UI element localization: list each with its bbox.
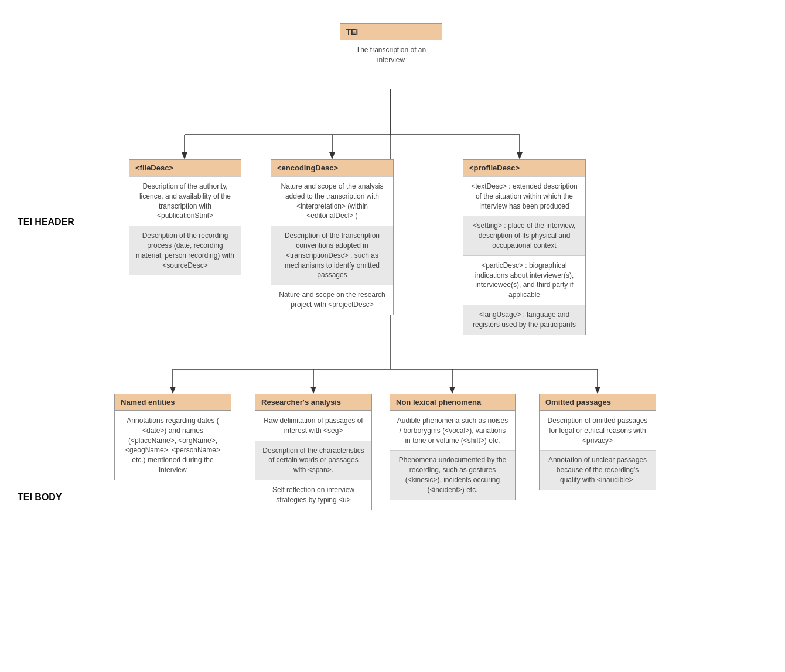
encodingDesc-box: <encodingDesc> Nature and scope of the a… (271, 159, 394, 315)
encodingDesc-section-1: Description of the transcription convent… (271, 226, 393, 285)
tei-header-label: TEI HEADER (18, 217, 74, 227)
tei-box: TEI The transcription of an interview (340, 23, 442, 70)
encodingDesc-header: <encodingDesc> (271, 160, 393, 176)
omitted-passages-section-1: Annotation of unclear passages because o… (540, 450, 656, 489)
diagram-container: TEI HEADER TEI BODY TEI The transcriptio… (0, 0, 785, 672)
svg-marker-17 (595, 387, 600, 394)
non-lexical-section-0: Audible phenomena such as noises / borbo… (390, 411, 515, 450)
named-entities-section-0: Annotations regarding dates ( <date>) an… (115, 411, 231, 480)
researcher-analysis-section-0: Raw delimitation of passages of interest… (255, 411, 371, 441)
tei-content: The transcription of an interview (340, 40, 442, 70)
profileDesc-section-0: <textDesc> : extended description of the… (463, 176, 585, 216)
profileDesc-section-3: <langUsage> : language and registers use… (463, 305, 585, 335)
svg-marker-7 (517, 152, 523, 159)
omitted-passages-header: Omitted passages (540, 394, 656, 411)
profileDesc-section-1: <setting> : place of the interview, desc… (463, 216, 585, 255)
researcher-analysis-header: Researcher's analysis (255, 394, 371, 411)
encodingDesc-section-0: Nature and scope of the analysis added t… (271, 176, 393, 226)
named-entities-header: Named entities (115, 394, 231, 411)
fileDesc-section-0: Description of the authority, licence, a… (129, 176, 241, 226)
fileDesc-header: <fileDesc> (129, 160, 241, 176)
profileDesc-header: <profileDesc> (463, 160, 585, 176)
encodingDesc-section-2: Nature and scope on the research project… (271, 285, 393, 315)
non-lexical-box: Non lexical phenomena Audible phenomena … (390, 394, 516, 500)
non-lexical-header: Non lexical phenomena (390, 394, 515, 411)
svg-marker-5 (329, 152, 335, 159)
connector-lines (0, 0, 785, 672)
tei-header: TEI (340, 24, 442, 40)
omitted-passages-box: Omitted passages Description of omitted … (539, 394, 656, 490)
researcher-analysis-section-2: Self reflection on interview strategies … (255, 480, 371, 510)
omitted-passages-section-0: Description of omitted passages for lega… (540, 411, 656, 450)
svg-marker-11 (170, 387, 176, 394)
svg-marker-15 (449, 387, 455, 394)
svg-marker-13 (310, 387, 316, 394)
tei-body-label: TEI BODY (18, 492, 62, 503)
named-entities-box: Named entities Annotations regarding dat… (114, 394, 231, 480)
fileDesc-box: <fileDesc> Description of the authority,… (129, 159, 241, 275)
researcher-analysis-section-1: Description of the characteristics of ce… (255, 441, 371, 480)
profileDesc-section-2: <particDesc> : biographical indications … (463, 255, 585, 305)
svg-marker-3 (182, 152, 187, 159)
fileDesc-section-1: Description of the recording process (da… (129, 226, 241, 275)
researcher-analysis-box: Researcher's analysis Raw delimitation o… (255, 394, 372, 510)
non-lexical-section-1: Phenomena undocumented by the recording,… (390, 450, 515, 499)
profileDesc-box: <profileDesc> <textDesc> : extended desc… (463, 159, 586, 335)
